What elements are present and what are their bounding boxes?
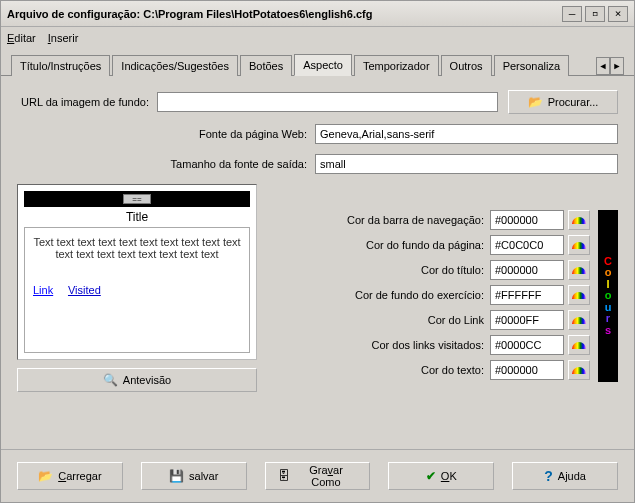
tab-bar: Título/Instruções Indicações/Sugestões B… xyxy=(1,49,634,76)
preview-button[interactable]: Antevisão xyxy=(17,368,257,392)
ok-icon xyxy=(426,469,436,483)
menu-insert[interactable]: Inserir xyxy=(48,32,79,44)
colours-vertical-button[interactable]: Colours xyxy=(598,210,618,382)
color-label: Cor do título: xyxy=(421,264,490,276)
url-label: URL da imagem de fundo: xyxy=(17,96,157,108)
color-label: Cor da barra de navegação: xyxy=(347,214,490,226)
help-icon xyxy=(544,468,553,484)
save-icon xyxy=(169,469,184,483)
close-button[interactable]: × xyxy=(608,6,628,22)
rainbow-icon xyxy=(572,242,586,249)
color-picker-button[interactable] xyxy=(568,310,590,330)
rainbow-icon xyxy=(572,217,586,224)
colours-letter: s xyxy=(605,325,611,337)
color-input[interactable] xyxy=(490,335,564,355)
color-label: Cor do Link xyxy=(428,314,490,326)
color-row: Cor da barra de navegação: xyxy=(267,210,590,230)
tab-botoes[interactable]: Botões xyxy=(240,55,292,76)
tab-personaliza[interactable]: Personaliza xyxy=(494,55,569,76)
color-rows: Cor da barra de navegação:Cor do fundo d… xyxy=(267,210,590,392)
load-button[interactable]: Carregar xyxy=(17,462,123,490)
tab-titulo[interactable]: Título/Instruções xyxy=(11,55,110,76)
folder-icon xyxy=(528,95,543,109)
preview-navbar: == xyxy=(24,191,250,207)
tab-temporizador[interactable]: Temporizador xyxy=(354,55,439,76)
color-label: Cor de fundo do exercício: xyxy=(355,289,490,301)
size-input[interactable] xyxy=(315,154,618,174)
tab-aspecto[interactable]: Aspecto xyxy=(294,54,352,76)
color-picker-button[interactable] xyxy=(568,210,590,230)
rainbow-icon xyxy=(572,367,586,374)
preview-body: Text text text text text text text text … xyxy=(24,227,250,353)
color-label: Cor do fundo da página: xyxy=(366,239,490,251)
color-picker-button[interactable] xyxy=(568,360,590,380)
preview-link: Link xyxy=(33,284,53,296)
color-input[interactable] xyxy=(490,260,564,280)
browse-button[interactable]: Procurar... xyxy=(508,90,618,114)
size-label: Tamanho da fonte de saída: xyxy=(17,158,315,170)
saveas-button[interactable]: Gravar Como xyxy=(265,462,371,490)
menubar: Editar Inserir xyxy=(1,27,634,49)
color-row: Cor do fundo da página: xyxy=(267,235,590,255)
tab-scroll-right[interactable]: ► xyxy=(610,57,624,75)
color-input[interactable] xyxy=(490,285,564,305)
tab-indicacoes[interactable]: Indicações/Sugestões xyxy=(112,55,238,76)
rainbow-icon xyxy=(572,317,586,324)
color-row: Cor do título: xyxy=(267,260,590,280)
colours-letter: o xyxy=(605,267,612,279)
color-input[interactable] xyxy=(490,360,564,380)
color-row: Cor do texto: xyxy=(267,360,590,380)
titlebar: Arquivo de configuração: C:\Program File… xyxy=(1,1,634,27)
save-as-icon xyxy=(278,469,290,483)
color-label: Cor dos links visitados: xyxy=(372,339,491,351)
color-picker-button[interactable] xyxy=(568,235,590,255)
ok-button[interactable]: OK xyxy=(388,462,494,490)
tab-outros[interactable]: Outros xyxy=(441,55,492,76)
color-picker-button[interactable] xyxy=(568,260,590,280)
maximize-button[interactable]: ▫ xyxy=(585,6,605,22)
rainbow-icon xyxy=(572,267,586,274)
color-picker-button[interactable] xyxy=(568,335,590,355)
folder-icon xyxy=(38,469,53,483)
color-row: Cor do Link xyxy=(267,310,590,330)
font-input[interactable] xyxy=(315,124,618,144)
magnifier-icon xyxy=(103,373,118,387)
color-label: Cor do texto: xyxy=(421,364,490,376)
font-label: Fonte da página Web: xyxy=(17,128,315,140)
url-input[interactable] xyxy=(157,92,498,112)
preview-box: == Title Text text text text text text t… xyxy=(17,184,257,360)
rainbow-icon xyxy=(572,342,586,349)
color-row: Cor de fundo do exercício: xyxy=(267,285,590,305)
color-row: Cor dos links visitados: xyxy=(267,335,590,355)
color-picker-button[interactable] xyxy=(568,285,590,305)
window-title: Arquivo de configuração: C:\Program File… xyxy=(7,8,559,20)
menu-edit[interactable]: Editar xyxy=(7,32,36,44)
tab-scroll-left[interactable]: ◄ xyxy=(596,57,610,75)
preview-title: Title xyxy=(24,207,250,227)
bottom-bar: Carregar salvar Gravar Como OK Ajuda xyxy=(1,449,634,502)
color-input[interactable] xyxy=(490,310,564,330)
preview-body-text: Text text text text text text text text … xyxy=(33,236,241,260)
preview-nav-seg: == xyxy=(123,194,151,204)
preview-visited: Visited xyxy=(68,284,101,296)
rainbow-icon xyxy=(572,292,586,299)
minimize-button[interactable]: – xyxy=(562,6,582,22)
save-button[interactable]: salvar xyxy=(141,462,247,490)
help-button[interactable]: Ajuda xyxy=(512,462,618,490)
tab-panel-aspecto: URL da imagem de fundo: Procurar... Font… xyxy=(1,76,634,449)
color-input[interactable] xyxy=(490,235,564,255)
color-input[interactable] xyxy=(490,210,564,230)
